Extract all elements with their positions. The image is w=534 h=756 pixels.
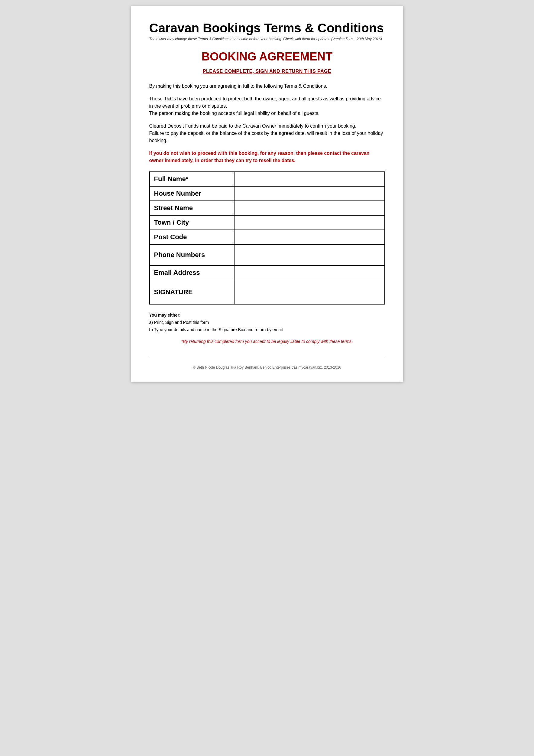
legal-italic: *By returning this completed form you ac… <box>149 339 385 344</box>
table-row: House Number <box>150 186 385 201</box>
table-row: Post Code <box>150 230 385 244</box>
table-row: SIGNATURE <box>150 280 385 304</box>
field-label-streetname: Street Name <box>150 201 234 215</box>
footer-b: b) Type your details and name in the Sig… <box>149 327 283 332</box>
complete-sign-label: PLEASE COMPLETE, SIGN AND RETURN THIS PA… <box>149 68 385 74</box>
booking-agreement-title: BOOKING AGREEMENT <box>149 50 385 63</box>
field-value-postcode[interactable] <box>234 230 385 244</box>
footer-instructions: You may either: a) Print, Sign and Post … <box>149 312 385 333</box>
paragraph-1: By making this booking you are agreeing … <box>149 83 385 90</box>
table-row: Email Address <box>150 265 385 280</box>
field-value-housenumber[interactable] <box>234 186 385 201</box>
table-row: Phone Numbers <box>150 244 385 265</box>
field-value-phonenumbers[interactable] <box>234 244 385 265</box>
footer-a: a) Print, Sign and Post this form <box>149 320 209 325</box>
page-container: Caravan Bookings Terms & Conditions The … <box>131 6 403 382</box>
booking-form-table: Full Name* House Number Street Name Town… <box>149 172 385 305</box>
table-row: Street Name <box>150 201 385 215</box>
divider <box>149 356 385 356</box>
table-row: Full Name* <box>150 172 385 186</box>
table-row: Town / City <box>150 215 385 230</box>
copyright: © Beth Nicole Douglas aka Roy Benham, Be… <box>149 365 385 369</box>
warning-text: If you do not wish to proceed with this … <box>149 150 385 164</box>
field-value-streetname[interactable] <box>234 201 385 215</box>
subtitle: The owner may change these Terms & Condi… <box>149 37 385 41</box>
field-label-towncity: Town / City <box>150 215 234 230</box>
paragraph-2: These T&Cs have been produced to protect… <box>149 95 385 117</box>
field-value-emailaddress[interactable] <box>234 265 385 280</box>
field-label-emailaddress: Email Address <box>150 265 234 280</box>
field-value-fullname[interactable] <box>234 172 385 186</box>
field-label-housenumber: House Number <box>150 186 234 201</box>
field-label-phonenumbers: Phone Numbers <box>150 244 234 265</box>
field-value-towncity[interactable] <box>234 215 385 230</box>
field-label-postcode: Post Code <box>150 230 234 244</box>
field-value-signature[interactable] <box>234 280 385 304</box>
field-label-fullname: Full Name* <box>150 172 234 186</box>
main-title: Caravan Bookings Terms & Conditions <box>149 21 385 35</box>
field-label-signature: SIGNATURE <box>150 280 234 304</box>
footer-bold: You may either: <box>149 313 181 317</box>
paragraph-3: Cleared Deposit Funds must be paid to th… <box>149 122 385 144</box>
